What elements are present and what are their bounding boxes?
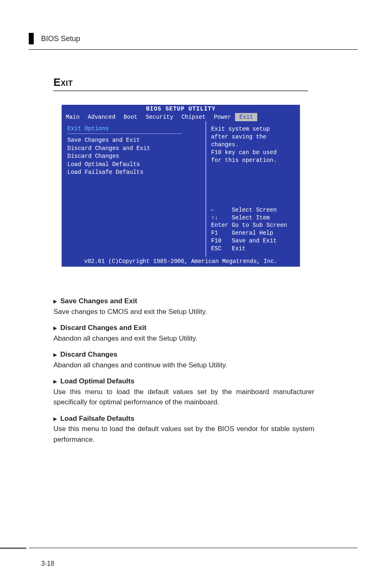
desc-title: ▶ Save Changes and Exit bbox=[53, 296, 314, 307]
section-title: Exit bbox=[53, 76, 73, 89]
desc-text: Use this menu to load the default values… bbox=[53, 387, 314, 408]
triangle-icon: ▶ bbox=[53, 378, 57, 385]
bios-panel: BIOS SETUP UTILITY Main Advanced Boot Se… bbox=[62, 105, 300, 267]
key-hint: ↑↓ Select Item bbox=[211, 214, 294, 222]
desc-discard-changes-exit: ▶ Discard Changes and Exit Abandon all c… bbox=[53, 323, 314, 344]
help-line: for this operation. bbox=[211, 157, 294, 164]
menu-item-save-exit[interactable]: Save Changes and Exit bbox=[67, 136, 201, 145]
footer-rule-long bbox=[29, 548, 357, 548]
page-header-title: BIOS Setup bbox=[41, 35, 80, 43]
footer-rules bbox=[0, 548, 392, 551]
desc-load-optimal: ▶ Load Optimal Defaults Use this menu to… bbox=[53, 376, 314, 408]
title-text: Discard Changes and Exit bbox=[60, 324, 147, 332]
bios-body: Exit Options Save Changes and Exit Disca… bbox=[62, 121, 300, 257]
desc-text: Save changes to CMOS and exit the Setup … bbox=[53, 307, 314, 317]
bios-help: Exit system setup after saving the chang… bbox=[211, 125, 294, 164]
triangle-icon: ▶ bbox=[53, 298, 57, 305]
side-marker bbox=[29, 33, 34, 44]
menu-item-discard-exit[interactable]: Discard Changes and Exit bbox=[67, 145, 201, 153]
tab-boot[interactable]: Boot bbox=[120, 113, 142, 121]
menu-item-discard[interactable]: Discard Changes bbox=[67, 152, 201, 161]
menu-item-load-failsafe[interactable]: Load Failsafe Defaults bbox=[67, 168, 201, 177]
key-hint: ESC Exit bbox=[211, 245, 294, 253]
bios-key-hints: ← Select Screen ↑↓ Select Item Enter Go … bbox=[211, 206, 294, 253]
help-line: after saving the bbox=[211, 133, 294, 141]
title-text: Load Failsafe Defaults bbox=[60, 415, 134, 422]
help-line: Exit system setup bbox=[211, 125, 294, 133]
key-hint: F1 General Help bbox=[211, 229, 294, 237]
key-hint: Enter Go to Sub Screen bbox=[211, 221, 294, 229]
key-hint: ← Select Screen bbox=[211, 206, 294, 214]
desc-text: Abandon all changes and continue with th… bbox=[53, 360, 314, 371]
tab-power[interactable]: Power bbox=[210, 113, 235, 121]
desc-title: ▶ Discard Changes bbox=[53, 349, 314, 360]
desc-text: Use this menu to load the default values… bbox=[53, 424, 314, 445]
page-number: 3-18 bbox=[41, 560, 54, 567]
body-text: ▶ Save Changes and Exit Save changes to … bbox=[53, 296, 314, 450]
desc-load-failsafe: ▶ Load Failsafe Defaults Use this menu t… bbox=[53, 413, 314, 445]
triangle-icon: ▶ bbox=[53, 325, 57, 332]
desc-text: Abandon all changes and exit the Setup U… bbox=[53, 333, 314, 344]
bios-title: BIOS SETUP UTILITY bbox=[62, 105, 300, 113]
key-hint: F10 Save and Exit bbox=[211, 237, 294, 245]
desc-discard-changes: ▶ Discard Changes Abandon all changes an… bbox=[53, 349, 314, 370]
group-rule bbox=[67, 134, 182, 134]
triangle-icon: ▶ bbox=[53, 351, 57, 358]
desc-title: ▶ Discard Changes and Exit bbox=[53, 323, 314, 333]
triangle-icon: ▶ bbox=[53, 415, 57, 422]
header-rule bbox=[29, 49, 357, 50]
section-rule bbox=[53, 90, 308, 91]
footer-rule-short bbox=[0, 548, 26, 549]
title-text: Load Optimal Defaults bbox=[60, 377, 134, 385]
tab-advanced[interactable]: Advanced bbox=[84, 113, 120, 121]
page: BIOS Setup Exit BIOS SETUP UTILITY Main … bbox=[0, 0, 392, 588]
tab-main[interactable]: Main bbox=[62, 113, 84, 121]
tab-chipset[interactable]: Chipset bbox=[178, 113, 210, 121]
tab-exit[interactable]: Exit bbox=[235, 113, 257, 121]
help-line: F10 key can be used bbox=[211, 149, 294, 157]
desc-title: ▶ Load Optimal Defaults bbox=[53, 376, 314, 387]
desc-title: ▶ Load Failsafe Defaults bbox=[53, 413, 314, 424]
bios-tabs: Main Advanced Boot Security Chipset Powe… bbox=[62, 113, 300, 121]
desc-save-changes-exit: ▶ Save Changes and Exit Save changes to … bbox=[53, 296, 314, 317]
menu-item-load-optimal[interactable]: Load Optimal Defaults bbox=[67, 161, 201, 169]
help-line: changes. bbox=[211, 141, 294, 149]
tab-security[interactable]: Security bbox=[141, 113, 177, 121]
title-text: Save Changes and Exit bbox=[60, 297, 137, 305]
title-text: Discard Changes bbox=[60, 350, 118, 358]
bios-footer: v02.61 (C)Copyright 1985-2006, American … bbox=[62, 257, 300, 267]
bios-right-pane: Exit system setup after saving the chang… bbox=[205, 121, 299, 257]
exit-options-title: Exit Options bbox=[67, 125, 201, 132]
bios-left-pane: Exit Options Save Changes and Exit Disca… bbox=[62, 121, 205, 257]
